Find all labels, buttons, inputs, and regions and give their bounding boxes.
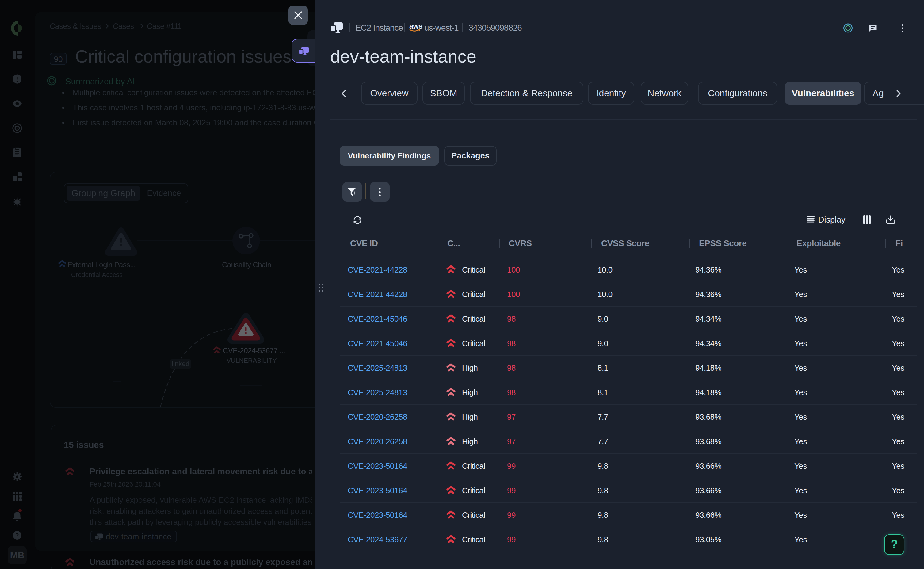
- svg-text:?: ?: [16, 532, 19, 539]
- svg-text:aws: aws: [409, 22, 422, 30]
